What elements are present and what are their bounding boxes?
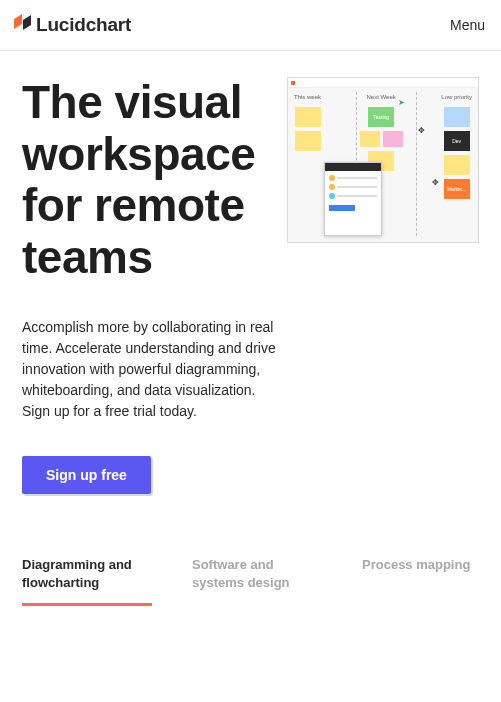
sticky-note bbox=[360, 131, 380, 147]
illust-dialog bbox=[324, 162, 382, 236]
hero-content: The visual workspace for remote teams bbox=[22, 77, 267, 317]
sticky-note: Testing bbox=[368, 107, 394, 127]
hero-section: The visual workspace for remote teams Th… bbox=[0, 51, 501, 317]
tab-diagramming[interactable]: Diagramming and flowcharting bbox=[22, 556, 152, 606]
brand-logo[interactable]: Lucidchart bbox=[14, 14, 131, 36]
svg-marker-1 bbox=[23, 15, 31, 30]
brand-name: Lucidchart bbox=[36, 14, 131, 36]
illust-col-label: Next Week bbox=[367, 94, 396, 100]
sticky-note bbox=[444, 107, 470, 127]
hero-title: The visual workspace for remote teams bbox=[22, 77, 267, 283]
sticky-note bbox=[295, 107, 321, 127]
hero-lower: Accomplish more by collaborating in real… bbox=[0, 317, 501, 494]
svg-marker-0 bbox=[14, 14, 22, 29]
move-icon: ✥ bbox=[432, 178, 439, 187]
hero-subtitle: Accomplish more by collaborating in real… bbox=[22, 317, 282, 422]
menu-button[interactable]: Menu bbox=[450, 17, 485, 33]
tab-process-mapping[interactable]: Process mapping bbox=[362, 556, 470, 606]
move-icon: ✥ bbox=[418, 126, 425, 135]
sticky-note bbox=[383, 131, 403, 147]
illust-col-label: Low priority bbox=[441, 94, 472, 100]
tab-software-design[interactable]: Software and systems design bbox=[192, 556, 322, 606]
sticky-note bbox=[295, 131, 321, 151]
sticky-note: Market... bbox=[444, 179, 470, 199]
sticky-note bbox=[444, 155, 470, 175]
signup-button[interactable]: Sign up free bbox=[22, 456, 151, 494]
site-header: Lucidchart Menu bbox=[0, 0, 501, 51]
hero-illustration: This week Next Week Testing Low priority… bbox=[287, 77, 479, 243]
illust-col-label: This week bbox=[294, 94, 321, 100]
cursor-icon: ➤ bbox=[398, 98, 405, 107]
sticky-note: Dev bbox=[444, 131, 470, 151]
feature-tabs: Diagramming and flowcharting Software an… bbox=[0, 556, 501, 606]
lucidchart-logo-icon bbox=[14, 14, 32, 36]
